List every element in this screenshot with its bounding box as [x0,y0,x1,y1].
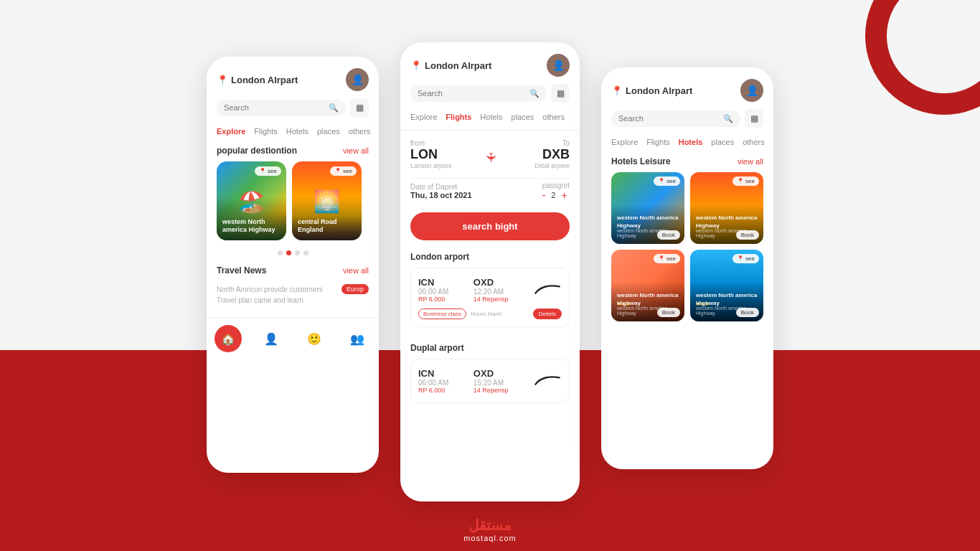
phone3: 📍 London Alrpart 👤 🔍 ▦ Explore Flights H… [601,67,773,469]
pass-minus[interactable]: - [542,189,546,201]
hotel-card-1[interactable]: 📍see westem North america Highway westem… [611,172,684,244]
brand-latin: mostaql.com [463,534,516,542]
fc-to-1: OXD 12:20 AM 14 Repensp [473,277,509,303]
fc-from-code-1: ICN [418,277,448,288]
hotel-see-badge-1[interactable]: 📍see [654,176,680,186]
pin-icon: 📍 [217,75,228,85]
phone2-tab-flights[interactable]: Flights [446,113,471,121]
fc-depart-1: 06:00 AM [418,288,448,296]
hotel-book-btn-3[interactable]: Book [657,308,680,317]
pass-label: passgret [542,182,570,189]
news-section: North Amricon provide customers Travel p… [207,281,379,311]
dot-2 [286,250,291,255]
fc-from-1: ICN 06:00 AM RP 6.000 [418,277,448,303]
phone1-avatar: 👤 [346,68,369,91]
see-badge-1[interactable]: 📍see [255,166,281,176]
phone2: 📍 London Alrpart 👤 🔍 ▦ Explore Flights H… [400,42,580,501]
phone3-grid-icon[interactable]: ▦ [745,109,763,128]
bottom-nav-home[interactable]: 🏠 [215,325,242,352]
hotel-see-badge-3[interactable]: 📍see [654,254,680,263]
to-label: To [501,139,570,147]
phone3-tab-others[interactable]: others [743,138,765,146]
tab-places[interactable]: places [317,127,340,136]
from-label: from [410,139,479,147]
phone2-grid-icon[interactable]: ▦ [551,84,570,103]
hotel-see-badge-4[interactable]: 📍see [732,254,759,263]
dest-card-2[interactable]: 📍see central Road England [292,161,362,240]
brand-arabic: مستقل [463,517,516,534]
phone3-search-wrap[interactable]: 🔍 [611,110,740,127]
plane-icon: ✈ [482,152,498,163]
phone1: 📍 London Alrpart 👤 🔍 ▦ Explore Flights H… [207,57,379,473]
tab-explore[interactable]: Explore [217,127,245,136]
hotels-view-all[interactable]: view all [738,157,763,166]
news-view-all[interactable]: view all [343,266,369,275]
hotels-grid: 📍see westem North america Highway westem… [601,172,773,329]
footer-brand: مستقل mostaql.com [463,517,516,542]
see-pin-1: 📍 [259,168,266,174]
bottom-nav-person[interactable]: 👤 [258,325,285,352]
news-text: North Amricon provide customers Travel p… [217,284,336,306]
phone2-nav: Explore Flights Hotels places others [400,110,580,127]
hotel-card-2[interactable]: 📍see westem North america Highway westem… [690,172,763,244]
phone3-search-icon: 🔍 [723,114,733,123]
phone3-tab-places[interactable]: places [711,138,734,146]
bottom-nav-settings[interactable]: 👥 [344,325,371,352]
hotel-book-btn-2[interactable]: Book [736,230,759,240]
pass-control: - 2 + [542,189,570,201]
hotel-book-btn-4[interactable]: Book [736,308,759,317]
phone3-search-input[interactable] [618,114,720,123]
phone2-search-input[interactable] [418,89,527,98]
fc-hours-1: Hours Markt [471,311,502,317]
bottom-nav: 🏠 👤 🙂 👥 [207,317,379,361]
tab-flights[interactable]: Flights [254,127,277,136]
hotel-see-badge-2[interactable]: 📍see [732,176,759,186]
dest-card-1[interactable]: 📍see westem North america Highway [217,161,286,240]
hotel-see-pin-2: 📍 [737,178,744,184]
airport-section-1: London arport ICN 06:00 AM RP 6.000 OXD … [400,246,580,337]
hotel-label-2: westem North america Highway [696,215,763,230]
main-container: 📍 London Alrpart 👤 🔍 ▦ Explore Flights H… [0,0,980,551]
dot-3 [295,250,300,255]
fc-to-code-2: OXD [473,368,509,379]
phone3-tab-hotels[interactable]: Hotels [679,138,703,146]
fc-pass-2: 14 Repensp [473,387,509,394]
hotel-see-pin-4: 📍 [737,255,744,262]
flight-card-1: ICN 06:00 AM RP 6.000 OXD 12:20 AM 14 Re… [410,268,570,327]
phone2-pin-icon: 📍 [410,60,422,71]
phone3-tab-flights[interactable]: Flights [646,138,669,146]
phone1-search-input[interactable] [224,103,326,112]
hotel-see-pin-3: 📍 [658,255,665,262]
search-flight-btn[interactable]: search bight [410,212,570,240]
dest-cards: 📍see westem North america Highway 📍see c… [207,161,379,248]
tab-others[interactable]: others [349,127,371,136]
phone2-search-wrap[interactable]: 🔍 [410,85,547,102]
tab-hotels[interactable]: Hotels [286,127,308,136]
phone2-tab-hotels[interactable]: Hotels [480,113,502,121]
phone1-search-wrap[interactable]: 🔍 [217,100,346,116]
fc-class-1: Business class [418,309,466,319]
date-label: Date of Dapret [410,183,472,191]
fc-to-code-1: OXD [473,277,509,288]
phone1-view-all[interactable]: view all [343,146,369,155]
phone2-location-row: 📍 London Alrpart [410,60,491,71]
see-badge-2[interactable]: 📍see [330,166,357,176]
fc-detail-btn-1[interactable]: Deitels [533,309,562,319]
phone2-tab-places[interactable]: places [512,113,534,121]
phone3-tab-explore[interactable]: Explore [611,138,638,146]
bottom-nav-smile[interactable]: 🙂 [301,325,328,352]
date-col: Date of Dapret Thu, 18 oct 2021 [410,183,472,199]
phone2-header: 📍 London Alrpart 👤 [400,42,580,84]
airport-name-1: London arport [410,252,570,262]
hotel-card-3[interactable]: 📍see ★★★ westem North america Highway we… [611,250,684,321]
hotel-book-btn-1[interactable]: Book [657,230,680,240]
card-label-2: central Road England [298,218,362,235]
phone3-pin-icon: 📍 [611,85,623,96]
hotel-card-4[interactable]: 📍see ★★★ westem North america Highway we… [690,250,763,321]
grid-icon[interactable]: ▦ [350,98,369,117]
to-col: To DXB Dittal arpore [501,139,570,169]
phone1-nav: Explore Flights Hotels places others [207,124,379,141]
phone2-tab-explore[interactable]: Explore [410,113,437,121]
phone2-tab-others[interactable]: others [542,113,565,121]
pass-plus[interactable]: + [561,189,567,201]
